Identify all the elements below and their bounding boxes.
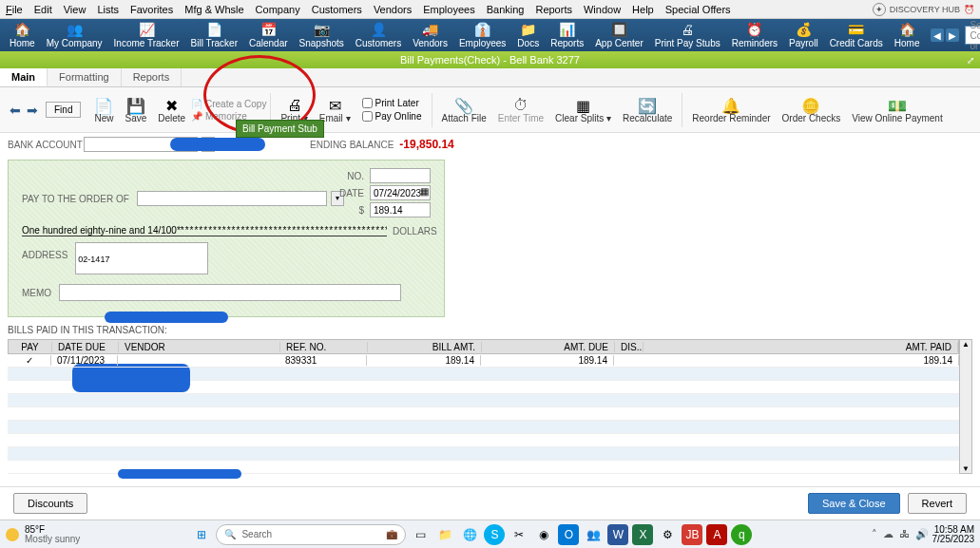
revert-button[interactable]: Revert [908, 493, 967, 514]
tab-reports[interactable]: Reports [122, 68, 183, 86]
find-button[interactable]: Find [46, 102, 81, 118]
menu-view[interactable]: View [64, 4, 86, 15]
global-search-input[interactable]: Search Company or Help ▾ [965, 26, 980, 45]
menu-help[interactable]: Help [632, 4, 654, 15]
create-copy-button[interactable]: 📄 Create a Copy [191, 99, 266, 109]
address-field[interactable]: 02-1417 [75, 242, 208, 274]
prev-record-button[interactable]: ⬅ [8, 103, 23, 118]
reorder-reminder-button[interactable]: 🔔Reorder Reminder [686, 97, 776, 123]
scroll-up-icon[interactable]: ▲ [960, 340, 971, 349]
nav-my-company[interactable]: 👥My Company [41, 23, 108, 48]
onedrive-icon[interactable]: ☁ [883, 528, 894, 540]
print-later-checkbox[interactable]: Print Later [362, 98, 422, 108]
network-icon[interactable]: 🖧 [899, 528, 910, 540]
menu-vendors[interactable]: Vendors [374, 4, 412, 15]
outlook-icon[interactable]: O [558, 524, 579, 545]
nav-fwd-icon[interactable]: ▶ [946, 28, 959, 42]
menu-special-offers[interactable]: Special Offers [665, 4, 731, 15]
skype-icon[interactable]: S [484, 524, 505, 545]
teams-icon[interactable]: 👥 [583, 524, 604, 545]
nav-credit-cards[interactable]: 💳Credit Cards [824, 23, 889, 48]
col-vendor[interactable]: VENDOR [119, 342, 280, 352]
excel-icon[interactable]: X [632, 524, 653, 545]
scroll-down-icon[interactable]: ▼ [960, 464, 971, 473]
menu-lists[interactable]: Lists [97, 4, 119, 15]
nav-customers[interactable]: 👤Customers [350, 23, 407, 48]
view-online-payment-button[interactable]: 💵View Online Payment [846, 97, 948, 123]
nav-income-tracker[interactable]: 📈Income Tracker [108, 23, 185, 48]
start-button[interactable]: ⊞ [191, 524, 212, 545]
col-amt-paid[interactable]: AMT. PAID [644, 342, 958, 352]
nav-back-icon[interactable]: ◀ [931, 28, 944, 42]
alarm-icon[interactable]: ⏰ [964, 5, 974, 14]
acrobat-icon[interactable]: A [706, 524, 727, 545]
delete-button[interactable]: ✖Delete [152, 97, 191, 123]
menu-employees[interactable]: Employees [423, 4, 474, 15]
menu-window[interactable]: Window [584, 4, 621, 15]
pay-online-checkbox[interactable]: Pay Online [362, 111, 422, 122]
nav-calendar[interactable]: 📅Calendar [243, 23, 294, 48]
col-amt-due[interactable]: AMT. DUE [482, 342, 615, 352]
nav-snapshots[interactable]: 📷Snapshots [294, 23, 350, 48]
nav-home[interactable]: 🏠Home [4, 23, 41, 48]
menu-favorites[interactable]: Favorites [130, 4, 173, 15]
settings-icon[interactable]: ⚙ [657, 524, 678, 545]
nav-vendors[interactable]: 🚚Vendors [407, 23, 453, 48]
table-row[interactable]: ✓ 07/11/2023 839331 189.14 189.14 189.14 [8, 354, 959, 368]
new-button[interactable]: 📄New [88, 97, 119, 123]
system-tray[interactable]: ˄ ☁ 🖧 🔊 [872, 528, 929, 540]
bank-account-field[interactable] [84, 137, 198, 152]
table-row[interactable] [8, 434, 959, 447]
table-row[interactable] [8, 407, 959, 421]
save-close-button[interactable]: Save & Close [808, 493, 900, 514]
table-row[interactable] [8, 447, 959, 461]
col-pay[interactable]: PAY [9, 342, 52, 352]
expand-icon[interactable]: ⤢ [967, 55, 974, 66]
menu-mfg[interactable]: Mfg & Whsle [184, 4, 243, 15]
taskview-icon[interactable]: ▭ [410, 524, 431, 545]
chrome-icon[interactable]: ◉ [533, 524, 554, 545]
recalculate-button[interactable]: 🔄Recalculate [617, 97, 678, 123]
tab-formatting[interactable]: Formatting [48, 68, 122, 86]
cell-pay-check[interactable]: ✓ [8, 355, 51, 366]
next-record-button[interactable]: ➡ [25, 103, 40, 118]
nav-reminders[interactable]: ⏰Reminders [726, 23, 783, 48]
nav-reports[interactable]: 📊Reports [545, 23, 589, 48]
col-ref-no[interactable]: REF. NO. [280, 342, 368, 352]
edge-icon[interactable]: 🌐 [459, 524, 480, 545]
grid-scrollbar[interactable]: ▲▼ [959, 339, 972, 474]
nav-docs[interactable]: 📁Docs [511, 23, 545, 48]
taskbar-clock[interactable]: 10:58 AM 7/25/2023 [932, 525, 975, 544]
nav-payroll[interactable]: 💰Payroll [783, 23, 824, 48]
nav-app-center[interactable]: 🔲App Center [589, 23, 649, 48]
quickbooks-icon[interactable]: q [731, 524, 752, 545]
tab-main[interactable]: Main [0, 68, 48, 86]
col-bill-amt[interactable]: BILL AMT. [368, 342, 482, 352]
attach-file-button[interactable]: 📎Attach File [436, 97, 492, 123]
nav-print-pay-stubs[interactable]: 🖨Print Pay Stubs [649, 23, 726, 48]
nav-employees[interactable]: 👔Employees [453, 23, 511, 48]
check-amount-input[interactable] [370, 202, 431, 217]
calendar-icon[interactable]: ▦ [420, 186, 429, 197]
weather-widget[interactable]: 85°F Mostly sunny [25, 525, 80, 544]
discounts-button[interactable]: Discounts [13, 493, 87, 514]
save-button[interactable]: 💾Save [119, 97, 152, 123]
check-no-input[interactable] [370, 168, 431, 183]
pay-to-field[interactable] [137, 191, 327, 206]
menu-company[interactable]: Company [256, 4, 300, 15]
menu-edit[interactable]: Edit [34, 4, 52, 15]
word-icon[interactable]: W [607, 524, 628, 545]
memo-field[interactable] [59, 284, 401, 301]
menu-reports[interactable]: Reports [535, 4, 572, 15]
clear-splits-button[interactable]: ▦Clear Splits ▾ [549, 97, 617, 123]
jb-icon[interactable]: JB [682, 524, 702, 545]
explorer-icon[interactable]: 📁 [434, 524, 455, 545]
chevron-up-icon[interactable]: ˄ [872, 528, 877, 540]
nav-home2[interactable]: 🏠Home [889, 23, 926, 48]
volume-icon[interactable]: 🔊 [915, 528, 929, 540]
discovery-hub[interactable]: ✦ DISCOVERY HUB ⏰ [873, 3, 974, 16]
menu-banking[interactable]: Banking [487, 4, 525, 15]
table-row[interactable] [8, 421, 959, 434]
table-row[interactable] [8, 394, 959, 407]
taskbar-search[interactable]: 🔍Search💼 [216, 524, 406, 545]
